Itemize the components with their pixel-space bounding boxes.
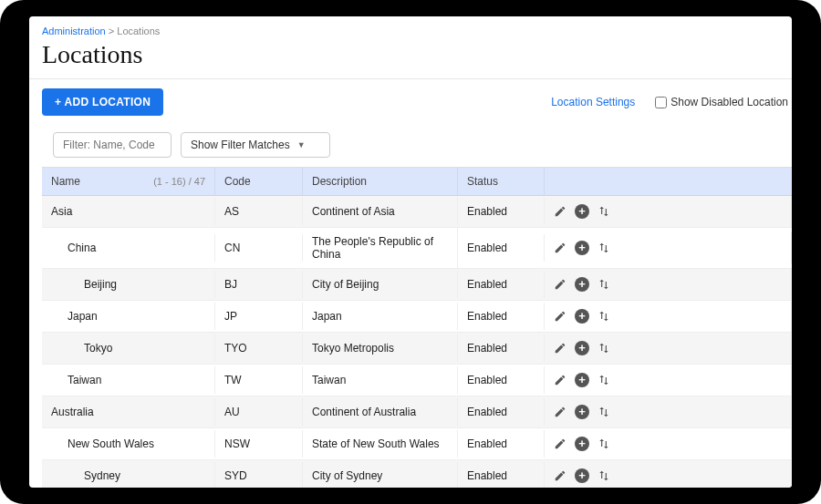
add-child-icon[interactable]: +	[574, 240, 590, 256]
cell-name: Taiwan	[42, 366, 215, 394]
reorder-icon[interactable]	[596, 276, 612, 293]
cell-actions: +	[545, 396, 792, 427]
breadcrumb-sep: >	[109, 26, 114, 36]
cell-code: BJ	[215, 271, 303, 298]
row-range: (1 - 16) / 47	[153, 176, 205, 187]
edit-icon[interactable]	[552, 436, 568, 452]
breadcrumb-admin-link[interactable]: Administration	[42, 26, 106, 36]
table-header-row: Name (1 - 16) / 47 Code Description Stat…	[42, 168, 792, 196]
add-child-icon[interactable]: +	[574, 340, 590, 356]
cell-name: Beijing	[42, 271, 215, 298]
breadcrumb-current: Locations	[117, 26, 160, 36]
cell-description: Taiwan	[303, 366, 458, 394]
add-child-icon[interactable]: +	[574, 436, 590, 452]
th-actions	[545, 168, 792, 195]
reorder-icon[interactable]	[596, 308, 612, 324]
edit-icon[interactable]	[552, 372, 568, 388]
table-body: AsiaASContinent of AsiaEnabled+ChinaCNTh…	[42, 196, 792, 488]
cell-code: JP	[215, 303, 303, 330]
cell-code: SYD	[215, 462, 303, 488]
cell-actions: +	[545, 460, 792, 488]
cell-description: Japan	[303, 303, 458, 330]
location-settings-link[interactable]: Location Settings	[551, 96, 635, 108]
cell-status: Enabled	[458, 462, 545, 488]
th-status[interactable]: Status	[458, 168, 545, 195]
cell-description: City of Beijing	[303, 271, 458, 298]
reorder-icon[interactable]	[596, 436, 612, 452]
show-disabled-wrap[interactable]: Show Disabled Location	[655, 96, 788, 108]
cell-code: AS	[215, 198, 303, 225]
cell-name: Asia	[42, 198, 215, 225]
edit-icon[interactable]	[552, 340, 568, 356]
edit-icon[interactable]	[552, 308, 568, 324]
cell-actions: +	[545, 333, 792, 364]
add-child-icon[interactable]: +	[574, 372, 590, 388]
cell-code: AU	[215, 398, 303, 426]
cell-actions: +	[545, 232, 792, 263]
locations-table: Name (1 - 16) / 47 Code Description Stat…	[42, 167, 792, 488]
screen: Administration > Locations Locations + A…	[29, 16, 792, 488]
cell-status: Enabled	[458, 366, 545, 394]
cell-code: TW	[215, 366, 303, 394]
add-child-icon[interactable]: +	[574, 203, 590, 220]
reorder-icon[interactable]	[596, 372, 612, 388]
cell-status: Enabled	[458, 430, 545, 458]
cell-code: TYO	[215, 334, 303, 362]
cell-actions: +	[545, 301, 792, 332]
filter-matches-label: Show Filter Matches	[191, 139, 290, 151]
cell-actions: +	[545, 365, 792, 396]
cell-status: Enabled	[458, 303, 545, 330]
table-row: AustraliaAUContinent of AustraliaEnabled…	[42, 396, 792, 428]
reorder-icon[interactable]	[596, 240, 612, 256]
page-content: Administration > Locations Locations + A…	[29, 16, 792, 488]
cell-description: State of New South Wales	[303, 430, 458, 458]
reorder-icon[interactable]	[596, 468, 612, 484]
breadcrumb: Administration > Locations	[42, 26, 792, 40]
show-disabled-checkbox[interactable]	[655, 97, 667, 108]
cell-description: Tokyo Metropolis	[303, 334, 458, 362]
reorder-icon[interactable]	[596, 404, 612, 420]
edit-icon[interactable]	[552, 203, 568, 220]
cell-description: The People's Republic of China	[303, 228, 458, 268]
th-name[interactable]: Name (1 - 16) / 47	[42, 168, 215, 195]
table-row: New South WalesNSWState of New South Wal…	[42, 428, 792, 460]
add-child-icon[interactable]: +	[574, 468, 590, 484]
th-description[interactable]: Description	[303, 168, 458, 195]
page-title: Locations	[42, 40, 792, 78]
th-code[interactable]: Code	[215, 168, 303, 195]
edit-icon[interactable]	[552, 468, 568, 484]
cell-status: Enabled	[458, 234, 545, 262]
table-row: ChinaCNThe People's Republic of ChinaEna…	[42, 228, 792, 269]
add-child-icon[interactable]: +	[574, 276, 590, 293]
filter-input[interactable]	[53, 132, 171, 158]
add-location-button[interactable]: + ADD LOCATION	[42, 88, 163, 116]
cell-status: Enabled	[458, 334, 545, 362]
filter-row: Show Filter Matches ▼	[42, 127, 792, 167]
cell-name: Australia	[42, 398, 215, 426]
cell-name: China	[42, 234, 215, 262]
cell-description: City of Sydney	[303, 462, 458, 488]
reorder-icon[interactable]	[596, 340, 612, 356]
cell-code: NSW	[215, 430, 303, 458]
cell-status: Enabled	[458, 198, 545, 225]
cell-name: Tokyo	[42, 334, 215, 362]
tablet-frame: Administration > Locations Locations + A…	[0, 0, 821, 504]
cell-name: New South Wales	[42, 430, 215, 458]
cell-description: Continent of Australia	[303, 398, 458, 426]
edit-icon[interactable]	[552, 404, 568, 420]
add-child-icon[interactable]: +	[574, 404, 590, 420]
edit-icon[interactable]	[552, 276, 568, 293]
filter-matches-dropdown[interactable]: Show Filter Matches ▼	[181, 132, 330, 158]
cell-description: Continent of Asia	[303, 198, 458, 225]
th-name-label: Name	[51, 175, 80, 188]
edit-icon[interactable]	[552, 240, 568, 256]
show-disabled-label: Show Disabled Location	[670, 96, 788, 108]
reorder-icon[interactable]	[596, 203, 612, 220]
table-row: JapanJPJapanEnabled+	[42, 301, 792, 333]
table-row: TaiwanTWTaiwanEnabled+	[42, 365, 792, 396]
cell-actions: +	[545, 269, 792, 300]
add-child-icon[interactable]: +	[574, 308, 590, 324]
cell-actions: +	[545, 428, 792, 459]
cell-name: Japan	[42, 303, 215, 330]
cell-name: Sydney	[42, 462, 215, 488]
